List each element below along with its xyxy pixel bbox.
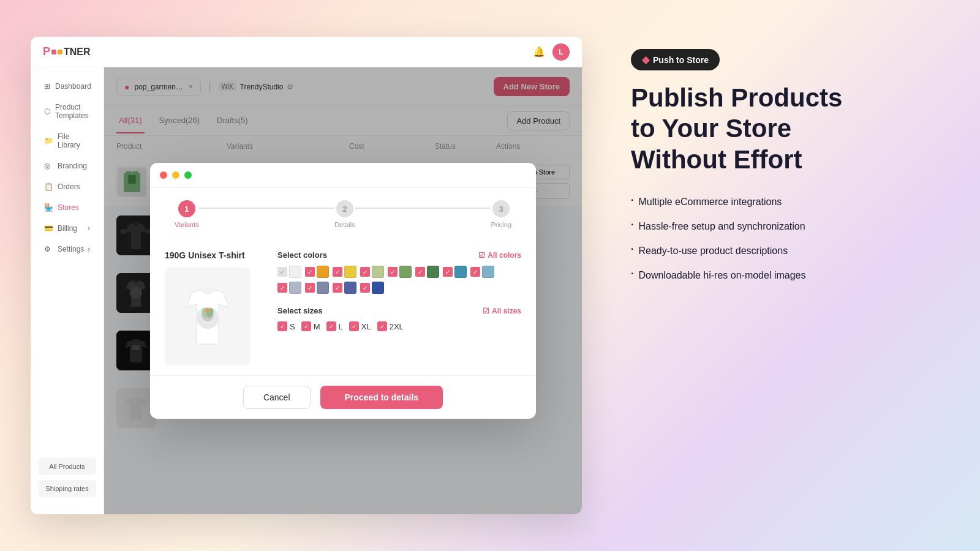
sidebar-item-orders[interactable]: 📋 Orders [34, 178, 100, 196]
stores-icon: 🏪 [44, 203, 53, 212]
modal: 1 Variants 2 Details 3 Pricing [150, 163, 536, 419]
feature-text-4: Downloadable hi-res on-model images [638, 268, 805, 283]
app-logo: P TNER [43, 45, 91, 58]
heading-line3: Without Effort [631, 145, 802, 174]
svg-point-18 [205, 308, 210, 313]
cancel-button[interactable]: Cancel [243, 386, 311, 409]
logo-text: TNER [64, 47, 91, 58]
color-option[interactable]: ✓ [277, 282, 301, 294]
proceed-button[interactable]: Proceed to details [320, 386, 443, 409]
select-colors-text: Select colors [277, 250, 327, 260]
color-option[interactable]: ✓ [360, 282, 384, 294]
sidebar-item-dashboard[interactable]: ⊞ Dashboard [34, 77, 100, 96]
feature-badge: ◆ Push to Store [631, 49, 720, 70]
all-colors-check[interactable]: ☑ All colors [478, 251, 521, 260]
select-sizes-text: Select sizes [277, 306, 323, 315]
billing-icon: 💳 [44, 224, 53, 233]
app-window: P TNER 🔔 L ⊞ Dashboard [31, 37, 582, 514]
size-checkbox-2xl: ✓ [377, 321, 387, 331]
color-option[interactable]: ✓ [360, 266, 384, 278]
all-sizes-label: All sizes [492, 307, 521, 315]
size-option-s[interactable]: ✓ S [277, 321, 295, 331]
feature-item-1: · Multiple eCommerce integrations [631, 195, 876, 209]
size-checkbox-s: ✓ [277, 321, 287, 331]
sidebar-item-branding[interactable]: ◎ Branding [34, 157, 100, 175]
size-option-xl[interactable]: ✓ XL [349, 321, 371, 331]
color-option[interactable]: ✓ [333, 282, 356, 294]
colors-label: Select colors ☑ All colors [277, 250, 521, 260]
modal-dot-green[interactable] [184, 171, 192, 179]
sidebar-label-dashboard: Dashboard [55, 82, 91, 91]
sidebar-item-settings[interactable]: ⚙ Settings › [34, 240, 100, 258]
sidebar-label-product-templates: Product Templates [55, 103, 90, 120]
dashboard-icon: ⊞ [44, 82, 50, 91]
step-circle-variants: 1 [178, 200, 195, 217]
feature-bullet-2: · [631, 219, 633, 230]
feature-text-3: Ready-to-use product descriptions [638, 244, 788, 258]
main-content: ● pop_garment... ✕ | WIX TrendyStudio ⚙ … [104, 67, 582, 514]
size-option-2xl[interactable]: ✓ 2XL [377, 321, 404, 331]
color-option[interactable]: ✓ [415, 266, 439, 278]
step-variants: 1 Variants [175, 200, 199, 228]
color-option[interactable]: ✓ [443, 266, 467, 278]
size-label-m: M [314, 322, 320, 331]
color-option[interactable]: ✓ [277, 266, 301, 278]
shipping-rates-button[interactable]: Shipping rates [38, 480, 96, 497]
sidebar-bottom: All Products Shipping rates [31, 451, 104, 504]
logo-sq1 [51, 50, 56, 54]
sidebar-label-stores: Stores [58, 203, 79, 212]
sidebar-item-billing[interactable]: 💳 Billing › [34, 219, 100, 238]
size-grid: ✓ S ✓ M [277, 321, 521, 331]
sidebar-label-settings: Settings [58, 245, 84, 253]
bell-icon[interactable]: 🔔 [533, 46, 545, 58]
step-circle-details: 2 [336, 200, 353, 217]
feature-bullet-4: · [631, 268, 633, 279]
modal-options: Select colors ☑ All colors [277, 250, 521, 365]
sidebar-item-stores[interactable]: 🏪 Stores [34, 198, 100, 217]
settings-icon: ⚙ [44, 245, 53, 253]
color-grid: ✓ ✓ [277, 266, 521, 294]
step-label-details: Details [334, 221, 355, 228]
color-dot [454, 266, 467, 278]
modal-dot-red[interactable] [160, 171, 167, 179]
logo-sq2 [58, 50, 62, 54]
step-circle-pricing: 3 [492, 200, 510, 217]
modal-body: 190G Unisex T-shirt [150, 241, 536, 375]
sidebar-item-product-templates[interactable]: ⬡ Product Templates [34, 98, 100, 125]
step-line-2 [355, 208, 491, 209]
modal-dot-yellow[interactable] [172, 171, 179, 179]
color-option[interactable]: ✓ [305, 282, 329, 294]
sidebar-label-branding: Branding [58, 162, 87, 170]
color-option[interactable]: ✓ [333, 266, 356, 278]
all-sizes-check[interactable]: ☑ All sizes [483, 307, 521, 315]
settings-arrow-icon: › [88, 245, 90, 253]
step-label-pricing: Pricing [491, 221, 511, 228]
color-option[interactable]: ✓ [388, 266, 412, 278]
size-option-l[interactable]: ✓ L [326, 321, 343, 331]
step-pricing: 3 Pricing [491, 200, 511, 228]
color-dot [372, 282, 384, 294]
sidebar-label-billing: Billing [58, 224, 77, 233]
size-checkbox-l: ✓ [326, 321, 336, 331]
sidebar-item-file-library[interactable]: 📁 File Library [34, 127, 100, 154]
all-products-button[interactable]: All Products [38, 458, 96, 475]
file-library-icon: 📁 [44, 137, 53, 145]
sidebar-label-file-library: File Library [58, 132, 90, 149]
color-option[interactable]: ✓ [305, 266, 329, 278]
product-templates-icon: ⬡ [44, 107, 50, 116]
color-dot [289, 282, 301, 294]
size-option-m[interactable]: ✓ M [301, 321, 320, 331]
step-label-variants: Variants [175, 221, 199, 228]
feature-item-3: · Ready-to-use product descriptions [631, 244, 876, 258]
feature-item-2: · Hassle-free setup and synchronization [631, 219, 876, 234]
avatar: L [552, 43, 570, 61]
main-heading: Publish Products to Your Store Without E… [631, 83, 876, 175]
color-option[interactable]: ✓ [470, 266, 494, 278]
sidebar-label-orders: Orders [58, 182, 80, 191]
title-bar: P TNER 🔔 L [31, 37, 582, 67]
size-label-2xl: 2XL [390, 322, 404, 331]
color-dot [399, 266, 412, 278]
color-dot [289, 266, 301, 278]
heading-line1: Publish Products [631, 83, 842, 112]
color-dot [317, 266, 329, 278]
